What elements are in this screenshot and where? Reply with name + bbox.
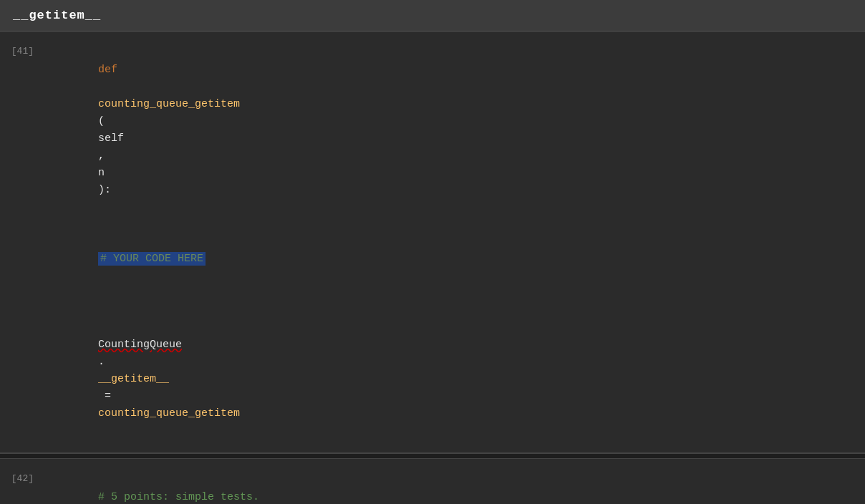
title-text: __getitem__ [13, 9, 101, 22]
class-name-cq: CountingQueue [98, 339, 182, 351]
kw-def: def [98, 64, 117, 76]
fn-name: counting_queue_getitem [98, 98, 240, 110]
cell-content-41[interactable]: def counting_queue_getitem ( self , n ):… [39, 44, 865, 440]
cell-content-42[interactable]: # 5 points: simple tests. q = CountingQu… [39, 472, 865, 504]
cell-number-41: [41] [0, 44, 39, 440]
fn-ref: counting_queue_getitem [98, 407, 240, 420]
code-line-comment1: # 5 points: simple tests. [47, 472, 865, 504]
code-cell-41: [41] def counting_queue_getitem ( self ,… [0, 32, 865, 453]
cell-number-42: [42] [0, 472, 39, 504]
code-cell-42: [42] # 5 points: simple tests. q = Count… [0, 459, 865, 504]
empty-line-2 [47, 302, 865, 319]
cell-divider [0, 453, 865, 459]
code-line-def: def counting_queue_getitem ( self , n ): [47, 44, 865, 216]
title-cell: __getitem__ [0, 0, 865, 32]
code-line-comment: # YOUR CODE HERE [47, 216, 865, 285]
method-getitem: __getitem__ [98, 373, 169, 385]
empty-line-1 [47, 285, 865, 302]
comment-highlight: # YOUR CODE HERE [98, 252, 206, 266]
notebook: __getitem__ [41] def counting_queue_geti… [0, 0, 865, 504]
code-line-assign: CountingQueue . __getitem__ = counting_q… [47, 319, 865, 440]
